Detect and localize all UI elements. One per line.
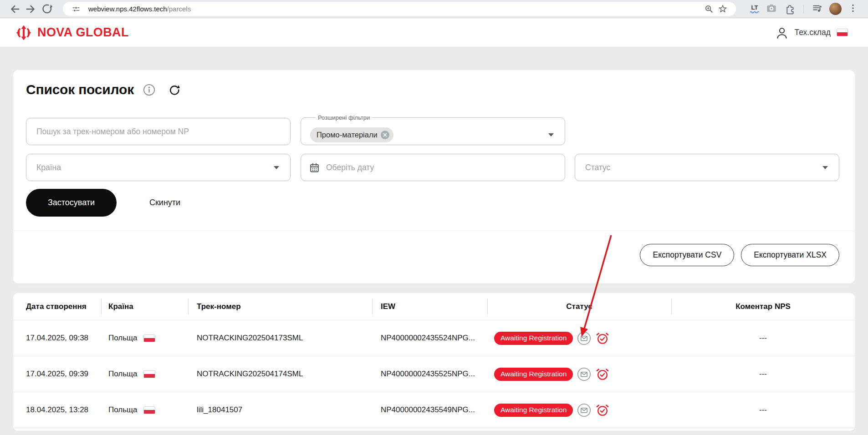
poland-flag-icon (143, 406, 155, 414)
toolbar-divider (803, 5, 804, 14)
export-xlsx-button[interactable]: Експортувати XLSX (741, 244, 839, 266)
url-bar[interactable]: webview.nps.42flows.tech/parcels (63, 2, 736, 16)
status-select[interactable]: Статус (575, 154, 839, 181)
app-header: NOVA GLOBAL Тех.склад (0, 18, 868, 47)
table-row: 17.04.2025, 09:39 Польща NOTRACKING20250… (13, 356, 855, 392)
cell-status: Awaiting Registration (487, 367, 671, 381)
site-info-icon[interactable] (69, 2, 83, 16)
user-icon (775, 26, 789, 40)
cell-country: Польща (101, 405, 188, 415)
parcels-table: Дата створення Країна Трек-номер IEW Ста… (13, 293, 855, 431)
country-name: Польща (108, 334, 138, 343)
column-header-tracking: Трек-номер (188, 293, 372, 320)
cell-date: 17.04.2025, 09:39 (13, 369, 101, 379)
url-text[interactable]: webview.nps.42flows.tech/parcels (88, 5, 191, 13)
cell-iew: NP40000002435525NPG... (372, 369, 487, 379)
browser-toolbar: webview.nps.42flows.tech/parcels LT (0, 0, 868, 18)
column-header-date: Дата створення (13, 293, 101, 320)
column-header-status: Статус (487, 293, 671, 320)
chevron-down-icon (822, 166, 828, 169)
nova-global-logo[interactable]: NOVA GLOBAL (15, 25, 129, 41)
info-icon[interactable] (143, 84, 155, 96)
zoom-icon[interactable] (702, 2, 716, 16)
cell-comment: --- (671, 369, 855, 379)
cell-tracking: lili_18041507 (188, 405, 372, 415)
country-select-label: Країна (36, 163, 61, 172)
cell-comment: --- (671, 405, 855, 415)
url-host: webview.nps.42flows.tech (88, 5, 167, 13)
country-select[interactable]: Країна (26, 154, 291, 181)
filter-chip[interactable]: Промо-матеріали (310, 127, 393, 142)
country-name: Польща (108, 405, 138, 415)
brand-title: NOVA GLOBAL (37, 25, 129, 40)
page-title: Список посилок (26, 82, 134, 97)
message-icon[interactable] (577, 367, 591, 381)
column-header-iew: IEW (372, 293, 487, 320)
card-divider (13, 231, 855, 231)
cell-country: Польща (101, 369, 188, 379)
screen: webview.nps.42flows.tech/parcels LT (0, 0, 868, 435)
cell-comment: --- (671, 334, 855, 343)
column-header-comment: Коментар NPS (671, 293, 855, 320)
poland-flag-icon (143, 334, 155, 342)
refresh-icon[interactable] (168, 83, 181, 96)
cell-country: Польща (101, 334, 188, 343)
table-row: 18.04.2025, 13:28 Польща lili_18041507 N… (13, 392, 855, 428)
browser-extensions-area: LT (750, 2, 859, 16)
user-label: Тех.склад (795, 28, 831, 37)
forward-icon[interactable] (23, 1, 39, 17)
message-icon[interactable] (577, 403, 591, 417)
poland-flag-icon (143, 370, 155, 378)
date-field-label: Оберіть дату (326, 163, 374, 172)
profile-avatar[interactable] (829, 3, 842, 15)
table-header-row: Дата створення Країна Трек-номер IEW Ста… (13, 293, 855, 320)
cell-iew: NP40000002435524NPG... (372, 334, 487, 343)
status-badge: Awaiting Registration (494, 332, 573, 345)
url-path: /parcels (167, 5, 191, 13)
cell-status: Awaiting Registration (487, 403, 671, 417)
nova-global-mark (15, 25, 32, 41)
status-badge: Awaiting Registration (494, 368, 573, 381)
cell-date: 17.04.2025, 09:38 (13, 334, 101, 343)
alarm-check-icon[interactable] (595, 331, 610, 345)
advanced-filters-select[interactable]: Розширені фільтри Промо-матеріали (301, 114, 565, 145)
search-input[interactable] (26, 118, 291, 145)
chip-remove-icon[interactable] (381, 131, 389, 139)
country-name: Польща (108, 369, 138, 379)
chevron-down-icon (274, 166, 279, 169)
export-csv-button[interactable]: Експортувати CSV (640, 244, 734, 266)
cell-status: Awaiting Registration (487, 331, 671, 345)
date-picker-field[interactable]: Оберіть дату (301, 154, 565, 181)
browser-menu-icon[interactable] (847, 2, 859, 16)
cell-tracking: NOTRACKING202504174SML (188, 369, 372, 379)
advanced-filters-label: Розширені фільтри (316, 114, 372, 121)
parcel-filters-card: Список посилок Розширені фільтри Промо-м… (13, 70, 855, 283)
cell-tracking: NOTRACKING202504173SML (188, 334, 372, 343)
alarm-check-icon[interactable] (595, 367, 610, 381)
cell-iew: NP40000002435549NPG... (372, 405, 487, 415)
message-icon[interactable] (577, 331, 591, 345)
reload-icon[interactable] (39, 1, 56, 17)
chevron-down-icon (548, 133, 554, 137)
back-icon[interactable] (6, 1, 23, 17)
poland-flag-icon (837, 29, 848, 36)
screenshot-extension-icon[interactable] (765, 2, 778, 16)
status-badge: Awaiting Registration (494, 404, 573, 417)
media-controls-icon[interactable] (811, 2, 824, 16)
reset-button[interactable]: Скинути (145, 189, 185, 217)
table-row: 17.04.2025, 09:38 Польща NOTRACKING20250… (13, 320, 855, 356)
lt-label: LT (751, 5, 758, 10)
bookmark-star-icon[interactable] (716, 2, 730, 16)
calendar-icon (309, 162, 320, 173)
cell-date: 18.04.2025, 13:28 (13, 405, 101, 415)
status-select-label: Статус (585, 163, 610, 172)
filter-chip-label: Промо-матеріали (317, 131, 378, 139)
languagetool-extension-icon[interactable]: LT (750, 5, 760, 13)
apply-button[interactable]: Застосувати (26, 189, 117, 217)
extensions-puzzle-icon[interactable] (783, 2, 796, 16)
user-menu[interactable]: Тех.склад (775, 26, 848, 40)
column-header-country: Країна (101, 293, 188, 320)
alarm-check-icon[interactable] (595, 403, 610, 417)
